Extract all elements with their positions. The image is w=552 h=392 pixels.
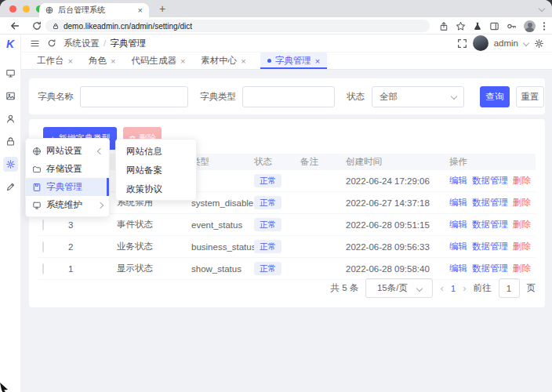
sidebar-item-image-icon[interactable] (3, 89, 18, 103)
settings-gear-icon[interactable] (534, 38, 544, 49)
row-action-data[interactable]: 数据管理 (472, 175, 508, 187)
page-tab-角色[interactable]: 角色× (87, 53, 117, 69)
dict-type-input[interactable] (242, 86, 335, 107)
cell-type: show_status (191, 264, 254, 274)
macos-traffic-lights[interactable] (9, 5, 43, 13)
sidebar-item-pen-icon[interactable] (3, 180, 18, 194)
password-key-icon[interactable] (507, 21, 517, 31)
side-panel-icon[interactable] (489, 21, 499, 31)
close-window-button[interactable] (9, 5, 16, 13)
cell-status: 正常 (254, 174, 300, 187)
header-type: 类型 (191, 156, 254, 168)
username[interactable]: admin (494, 38, 518, 48)
menu-item-网站设置[interactable]: 网站设置 (26, 142, 109, 160)
row-checkbox[interactable] (42, 220, 44, 230)
row-action-delete[interactable]: 删除 (513, 197, 531, 209)
search-button[interactable]: 查询 (480, 86, 510, 107)
user-menu-caret-icon[interactable] (523, 40, 529, 46)
cell-id: 2 (68, 242, 117, 252)
bookmark-star-icon[interactable] (456, 21, 466, 31)
page-tab-close-icon[interactable]: × (68, 56, 73, 66)
submenu-item-网站信息[interactable]: 网站信息 (116, 142, 196, 161)
next-page-button[interactable]: › (463, 282, 466, 294)
page-tab-素材中心[interactable]: 素材中心× (199, 53, 247, 69)
browser-tab[interactable]: 后台管理系统 × (39, 3, 149, 17)
page-tab-close-icon[interactable]: × (315, 56, 320, 66)
sidebar-item-gear-icon[interactable] (3, 157, 18, 172)
url-bar[interactable]: demo.likeadmin.cn/admin/setting/dict (45, 20, 430, 32)
page-size-value: 15条/页 (377, 282, 408, 294)
row-checkbox[interactable] (42, 241, 44, 252)
cell-created: 2022-06-27 14:37:18 (346, 198, 449, 208)
row-action-edit[interactable]: 编辑 (449, 175, 467, 187)
row-checkbox[interactable] (42, 263, 44, 274)
app-sidebar: K (0, 34, 21, 392)
sidebar-item-monitor-icon[interactable] (3, 66, 18, 81)
status-select-value: 全部 (380, 91, 398, 103)
status-badge: 正常 (254, 218, 281, 231)
row-action-delete[interactable]: 删除 (513, 219, 531, 230)
page-size-select[interactable]: 15条/页 (365, 278, 433, 298)
fullscreen-icon[interactable] (457, 38, 467, 49)
page-tab-close-icon[interactable]: × (241, 56, 245, 66)
sidebar-item-lock-icon[interactable] (3, 134, 18, 149)
page-tab-close-icon[interactable]: × (111, 56, 115, 66)
menu-item-存储设置[interactable]: 存储设置 (26, 160, 109, 178)
goto-page-input[interactable]: 1 (499, 278, 520, 298)
new-tab-button[interactable]: + (157, 3, 168, 14)
extension-flask-icon[interactable] (473, 21, 482, 31)
current-page[interactable]: 1 (451, 284, 456, 293)
lock-icon (53, 23, 59, 30)
page-tab-close-icon[interactable]: × (180, 56, 185, 66)
submenu-item-政策协议[interactable]: 政策协议 (116, 180, 196, 198)
status-select[interactable]: 全部 (372, 86, 464, 107)
row-action-edit[interactable]: 编辑 (449, 241, 467, 252)
active-tab-dot (267, 59, 271, 63)
row-action-edit[interactable]: 编辑 (449, 197, 467, 209)
page-unit-label: 页 (527, 282, 536, 294)
reset-button[interactable]: 重置 (516, 86, 544, 107)
app-logo[interactable]: K (0, 34, 20, 53)
menu-item-字典管理[interactable]: 字典管理 (26, 178, 109, 196)
row-action-data[interactable]: 数据管理 (472, 263, 508, 274)
cell-actions: 编辑数据管理删除 (449, 241, 536, 252)
settings-menu-popup: 网站设置存储设置字典管理系统维护 (25, 138, 110, 217)
page-tab-工作台[interactable]: 工作台× (35, 53, 74, 69)
row-action-delete[interactable]: 删除 (513, 175, 531, 187)
page-tab-代码生成器[interactable]: 代码生成器× (129, 53, 187, 69)
row-action-data[interactable]: 数据管理 (472, 197, 508, 209)
breadcrumb-parent[interactable]: 系统设置 (64, 38, 100, 49)
page-size-caret-icon (416, 285, 423, 291)
user-avatar[interactable] (473, 35, 488, 51)
page-tab-label: 角色 (89, 55, 107, 67)
total-count: 共 5 条 (331, 282, 359, 294)
row-action-data[interactable]: 数据管理 (472, 241, 508, 252)
collapse-menu-icon[interactable] (30, 38, 40, 49)
refresh-page-icon[interactable] (47, 38, 56, 48)
app-header: 系统设置 / 字典管理 admin (21, 34, 552, 52)
reload-icon[interactable] (31, 20, 42, 31)
browser-menu-icon[interactable] (543, 21, 546, 31)
menu-item-系统维护[interactable]: 系统维护 (26, 196, 109, 214)
row-action-data[interactable]: 数据管理 (472, 219, 508, 230)
prev-page-button[interactable]: ‹ (440, 282, 443, 294)
minimize-window-button[interactable] (23, 5, 30, 13)
browser-tab-close-icon[interactable]: × (138, 6, 143, 15)
row-action-edit[interactable]: 编辑 (449, 219, 467, 230)
share-icon[interactable] (439, 21, 448, 31)
row-action-edit[interactable]: 编辑 (449, 263, 467, 274)
row-action-delete[interactable]: 删除 (513, 263, 531, 274)
submenu-item-网站备案[interactable]: 网站备案 (116, 161, 196, 180)
dict-name-input[interactable] (80, 86, 188, 107)
sidebar-item-user-icon[interactable] (3, 111, 18, 126)
page-tab-label: 代码生成器 (131, 55, 176, 67)
breadcrumb-current: 字典管理 (110, 38, 146, 49)
cell-type: event_status (191, 220, 254, 230)
cell-status: 正常 (254, 240, 300, 253)
back-icon[interactable] (9, 20, 20, 31)
browser-profile-avatar[interactable] (524, 20, 536, 32)
cell-id: 1 (68, 264, 117, 274)
dict-name-label: 字典名称 (38, 91, 74, 103)
page-tab-字典管理[interactable]: 字典管理× (260, 53, 327, 69)
row-action-delete[interactable]: 删除 (513, 241, 531, 252)
